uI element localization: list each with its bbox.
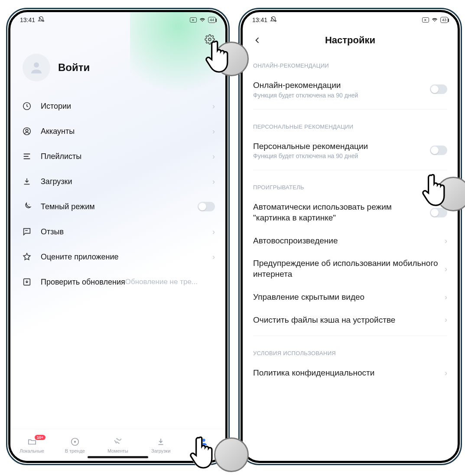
row-privacy[interactable]: Политика конфиденциальности › (253, 362, 447, 385)
svg-point-4 (26, 129, 28, 132)
annotation-circle (214, 437, 249, 472)
moon-icon (21, 201, 33, 213)
sim-off-icon: ✕ (190, 17, 197, 23)
chevron-right-icon: › (212, 177, 215, 186)
login-text: Войти (58, 62, 90, 74)
chevron-right-icon: › (445, 315, 447, 324)
nav-trending[interactable]: В тренде (53, 437, 96, 453)
section-personal-header: ПЕРСОНАЛЬНЫЕ РЕКОМЕНДАЦИИ (253, 114, 447, 135)
user-icon (21, 125, 33, 137)
settings-header: Настройки (243, 28, 458, 53)
online-rec-toggle[interactable] (430, 84, 447, 94)
svg-point-1 (34, 62, 39, 68)
profile-icon (198, 437, 209, 447)
wifi-icon (199, 16, 206, 24)
battery-icon: 43 (440, 17, 448, 23)
phone-frame-left: 13:41 ✕ 44 Войти (6, 8, 230, 465)
chevron-right-icon: › (445, 265, 447, 274)
chevron-right-icon: › (445, 236, 447, 246)
trending-icon (70, 437, 80, 447)
personal-rec-toggle[interactable] (430, 146, 447, 155)
back-button[interactable] (250, 33, 264, 47)
chevron-right-icon: › (212, 253, 215, 262)
dnd-icon (270, 16, 277, 24)
login-row[interactable]: Войти (10, 51, 225, 94)
page-title: Настройки (243, 35, 458, 46)
star-icon (21, 251, 33, 263)
menu-updates[interactable]: Проверить обновления Обновление не тре..… (21, 269, 215, 295)
menu-downloads[interactable]: Загрузки › (21, 169, 215, 194)
menu-rate[interactable]: Оцените приложение › (21, 244, 215, 269)
chevron-right-icon: › (445, 293, 447, 302)
chevron-right-icon: › (212, 102, 215, 111)
menu-history[interactable]: Истории › (21, 94, 215, 119)
download-icon (21, 175, 33, 188)
svg-point-8 (202, 439, 205, 442)
dnd-icon (38, 16, 45, 24)
annotation-circle (214, 42, 249, 76)
section-terms-header: УСЛОВИЯ ИСПОЛЬЗОВАНИЯ (253, 340, 447, 362)
chevron-right-icon: › (212, 152, 215, 161)
update-icon (21, 276, 33, 288)
phone-frame-right: 13:41 ✕ 43 Настройки ОНЛАЙН-РЕКОМЕНДАЦИИ (238, 8, 462, 465)
section-online-header: ОНЛАЙН-РЕКОМЕНДАЦИИ (253, 53, 447, 74)
nav-downloads[interactable]: Загрузки (140, 437, 182, 453)
nav-local[interactable]: 10+ Локальные (10, 437, 53, 453)
svg-point-7 (74, 441, 75, 443)
list-icon (21, 150, 33, 162)
moments-icon (113, 437, 123, 447)
battery-icon: 44 (208, 17, 216, 23)
clock-icon (21, 100, 33, 112)
home-indicator (88, 456, 148, 458)
menu-playlists[interactable]: Плейлисты › (21, 144, 215, 169)
status-time: 13:41 (252, 16, 267, 23)
pip-toggle[interactable] (430, 208, 447, 217)
section-player-header: ПРОИГРЫВАТЕЛЬ (253, 175, 447, 196)
settings-button[interactable] (203, 32, 217, 46)
menu-accounts[interactable]: Аккаунты › (21, 119, 215, 144)
sim-off-icon: ✕ (422, 17, 429, 23)
chevron-right-icon: › (212, 227, 215, 236)
row-mobile-warn[interactable]: Предупреждение об использовании мобильно… (253, 252, 447, 285)
chevron-right-icon: › (212, 127, 215, 136)
darkmode-toggle[interactable] (198, 202, 215, 211)
row-personal-recommendations[interactable]: Персональные рекомендации Функция будет … (253, 135, 447, 166)
update-status: Обновление не тре... (125, 278, 215, 287)
status-bar: 13:41 ✕ 44 (10, 12, 225, 28)
wifi-icon (431, 16, 438, 24)
menu-darkmode[interactable]: Темный режим (21, 194, 215, 219)
status-time: 13:41 (20, 16, 35, 23)
row-pip[interactable]: Автоматически использовать режим "картин… (253, 196, 447, 229)
row-clear-cache[interactable]: Очистить файлы кэша на устройстве › (253, 309, 447, 332)
row-autoplay[interactable]: Автовоспроизведение › (253, 230, 447, 253)
svg-point-0 (208, 38, 211, 41)
menu-feedback[interactable]: Отзыв › (21, 219, 215, 244)
status-bar: 13:41 ✕ 43 (243, 12, 458, 28)
row-online-recommendations[interactable]: Онлайн-рекомендации Функция будет отключ… (253, 74, 447, 105)
avatar (23, 54, 50, 81)
nav-badge: 10+ (35, 435, 46, 440)
message-icon (21, 226, 33, 238)
chevron-right-icon: › (445, 369, 447, 378)
download-icon (156, 437, 166, 447)
nav-moments[interactable]: Моменты (96, 437, 139, 453)
row-hidden-videos[interactable]: Управление скрытыми видео › (253, 286, 447, 309)
